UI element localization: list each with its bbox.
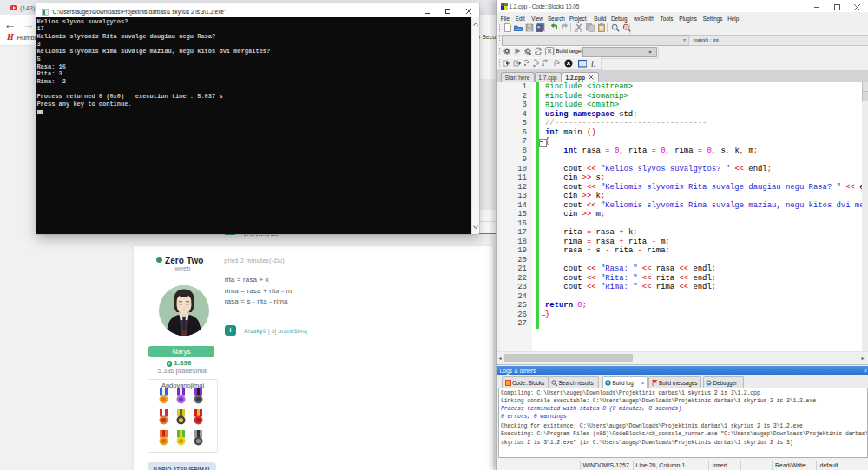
svg-text:i.: i. [591,59,595,68]
